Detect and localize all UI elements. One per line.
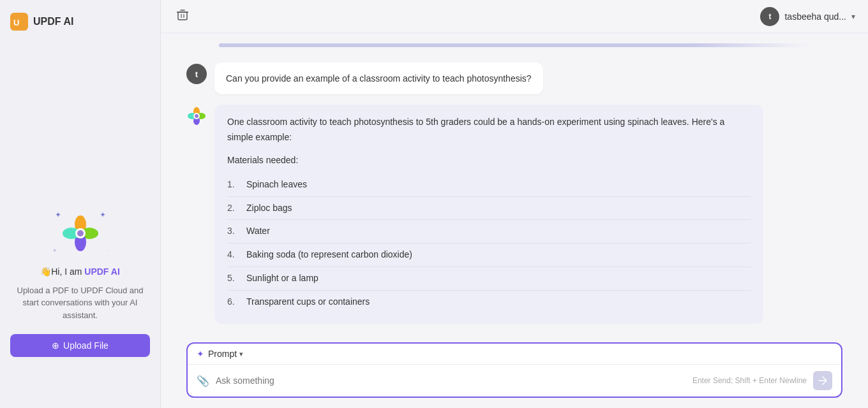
list-item: 4.Baking soda (to represent carbon dioxi…	[227, 243, 751, 266]
subtitle: Upload a PDF to UPDF Cloud and start con…	[10, 284, 150, 322]
svg-point-18	[195, 114, 198, 118]
delete-button[interactable]	[174, 6, 191, 26]
user-message-row: t Can you provide an example of a classr…	[186, 62, 842, 94]
list-item: 5.Sunlight or a lamp	[227, 266, 751, 290]
sidebar-logo: U UPDF AI	[10, 13, 73, 31]
svg-rect-8	[178, 12, 187, 20]
user-menu[interactable]: t tasbeeha qud... ▾	[760, 7, 855, 26]
chat-area[interactable]: t Can you provide an example of a classr…	[161, 33, 868, 335]
sidebar: U UPDF AI ✦ ✦ ✦ · 👋Hi, I am UPDF AI Uplo…	[0, 0, 161, 408]
input-hint: Enter Send; Shift + Enter Newline	[692, 376, 807, 385]
ai-message-avatar	[186, 106, 207, 126]
chat-input[interactable]	[216, 375, 692, 386]
upload-file-button[interactable]: ⊕ Upload File	[10, 334, 150, 357]
app-name: UPDF AI	[33, 16, 73, 27]
materials-list: 1.Spinach leaves 2.Ziploc bags 3.Water 4…	[227, 173, 751, 314]
greeting: 👋Hi, I am UPDF AI	[40, 266, 120, 277]
input-container: ✦ Prompt ▾ 📎 Enter Send; Shift + Enter N…	[186, 342, 842, 398]
sparkle-tr: ✦	[100, 210, 106, 219]
input-area: ✦ Prompt ▾ 📎 Enter Send; Shift + Enter N…	[161, 335, 868, 408]
send-button[interactable]	[813, 371, 832, 390]
main-content: t tasbeeha qud... ▾ t Can you provide an…	[161, 0, 868, 408]
svg-text:U: U	[13, 18, 19, 27]
updf-logo-icon: U	[10, 13, 28, 31]
ai-message-bubble: One classroom activity to teach photosyn…	[214, 105, 763, 323]
input-toolbar: ✦ Prompt ▾	[188, 344, 841, 365]
scroll-indicator	[219, 43, 809, 47]
sidebar-center: ✦ ✦ ✦ · 👋Hi, I am UPDF AI Upload a PDF t…	[10, 208, 150, 358]
svg-point-7	[77, 230, 84, 237]
list-item: 3.Water	[227, 219, 751, 243]
list-item: 1.Spinach leaves	[227, 173, 751, 196]
user-avatar: t	[760, 7, 779, 26]
trash-icon	[176, 9, 189, 22]
user-message-bubble: Can you provide an example of a classroo…	[214, 62, 543, 94]
sparkle-tl: ✦	[55, 210, 61, 219]
send-icon	[818, 376, 827, 385]
prompt-label: Prompt	[208, 349, 237, 359]
user-message-avatar: t	[186, 64, 207, 84]
sparkle-bl: ✦	[52, 247, 57, 254]
main-header: t tasbeeha qud... ▾	[161, 0, 868, 33]
chevron-down-icon: ▾	[851, 12, 855, 21]
input-row: 📎 Enter Send; Shift + Enter Newline	[188, 365, 841, 397]
greeting-brand: UPDF AI	[84, 266, 119, 277]
attach-icon[interactable]: 📎	[197, 375, 209, 387]
ai-logo-container: ✦ ✦ ✦ ·	[49, 208, 112, 259]
ai-flower-icon	[61, 214, 100, 252]
upload-icon: ⊕	[52, 340, 59, 351]
ai-intro-text: One classroom activity to teach photosyn…	[227, 115, 751, 145]
user-name: tasbeeha qud...	[784, 11, 846, 22]
materials-heading: Materials needed:	[227, 153, 751, 168]
prompt-dropdown-icon[interactable]: ▾	[239, 350, 243, 358]
list-item: 2.Ziploc bags	[227, 196, 751, 220]
sparkle-br: ·	[107, 247, 108, 254]
ai-message-row: One classroom activity to teach photosyn…	[186, 105, 842, 323]
user-message-text: Can you provide an example of a classroo…	[226, 73, 532, 84]
ai-avatar-icon	[186, 106, 207, 126]
prompt-sparkle-icon: ✦	[197, 349, 204, 359]
list-item: 6.Transparent cups or containers	[227, 290, 751, 314]
